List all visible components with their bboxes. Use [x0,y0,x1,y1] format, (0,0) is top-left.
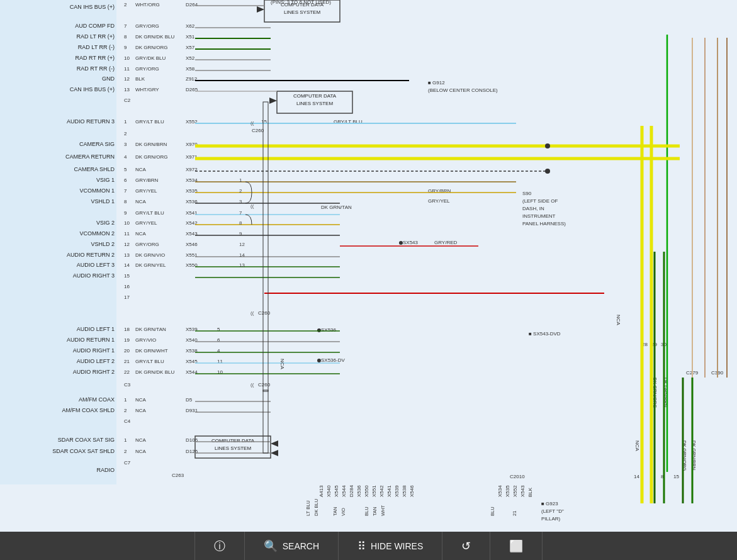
svg-text:WHT/GRY: WHT/GRY [135,87,159,92]
svg-text:6: 6 [124,177,127,183]
svg-text:9: 9 [124,45,127,50]
svg-text:12: 12 [124,76,130,82]
svg-text:C4: C4 [124,418,131,424]
svg-text:X543: X543 [520,485,526,497]
svg-text:DK GRN/YEL: DK GRN/YEL [135,262,166,268]
svg-text:1: 1 [239,177,242,183]
svg-text:4: 4 [124,154,127,160]
svg-text:X545: X545 [334,485,339,497]
refresh-button[interactable]: ↺ [442,532,490,560]
svg-text:10: 10 [124,55,130,61]
toolbar: ⓘ 🔍 SEARCH ⠿ HIDE WIRES ↺ ⬜ [0,532,737,560]
svg-text:(LEFT "D": (LEFT "D" [541,508,564,514]
svg-text:AUDIO RETURN 1: AUDIO RETURN 1 [67,337,115,343]
svg-text:BLK: BLK [135,76,145,82]
svg-text:X57: X57 [186,45,195,50]
svg-text:((: (( [250,382,254,388]
svg-text:AM/FM COAX: AM/FM COAX [79,396,115,403]
svg-text:GRY/YEL: GRY/YEL [135,188,157,194]
svg-text:11: 11 [124,66,130,72]
svg-text:11: 11 [124,231,130,237]
svg-text:X538: X538 [402,485,407,497]
expand-button[interactable]: ⬜ [490,532,543,560]
svg-text:PILLAR): PILLAR) [541,516,561,522]
svg-text:C2010: C2010 [510,474,525,479]
info-button[interactable]: ⓘ [194,532,245,560]
svg-text:SX536: SX536 [321,327,337,333]
info-icon: ⓘ [214,539,225,554]
svg-text:AUDIO RIGHT 3: AUDIO RIGHT 3 [73,272,115,279]
svg-text:NCA: NCA [135,167,147,172]
hide-wires-button[interactable]: ⠿ HIDE WIRES [339,532,442,560]
svg-text:DK GRN/WHT: DK GRN/WHT [135,348,168,354]
svg-text:((: (( [250,120,254,126]
svg-text:12: 12 [239,242,245,247]
svg-text:DK GRN/TAN: DK GRN/TAN [321,204,352,210]
svg-text:NCA: NCA [616,315,621,326]
svg-text:2: 2 [124,449,127,454]
svg-point-168 [317,359,321,362]
svg-text:AUDIO LEFT 1: AUDIO LEFT 1 [77,326,115,332]
svg-text:X541: X541 [386,485,392,497]
svg-text:DK GRN/ORG: DK GRN/ORG [135,45,168,50]
svg-text:14: 14 [239,252,245,258]
svg-point-166 [317,328,321,332]
svg-text:VIO: VIO [340,508,346,516]
svg-text:19: 19 [124,337,130,343]
svg-text:COMPUTER DATA: COMPUTER DATA [293,93,337,99]
svg-text:GRY/ORG: GRY/ORG [135,23,159,29]
refresh-icon: ↺ [461,539,471,553]
svg-text:NCA: NCA [135,397,147,403]
wiring-diagram: CAN IHS BUS (+) AUD COMP FD RAD LT RR (+… [0,0,737,532]
svg-text:BLU: BLU [364,507,369,516]
svg-text:■ G912: ■ G912 [428,80,445,86]
search-button[interactable]: 🔍 SEARCH [245,532,339,560]
svg-text:GRY/ORG: GRY/ORG [135,242,159,247]
svg-text:(BELOW CENTER CONSOLE): (BELOW CENTER CONSOLE) [428,87,498,93]
svg-text:■ SX543-DVD: ■ SX543-DVD [529,331,561,337]
svg-text:BLU: BLU [490,507,495,516]
svg-text:X535: X535 [505,485,510,497]
svg-text:VSHLD 1: VSHLD 1 [91,198,115,204]
svg-text:D5: D5 [186,397,193,403]
svg-text:16: 16 [124,284,130,289]
svg-point-270 [545,143,550,148]
svg-text:GRY/LT BLU: GRY/LT BLU [135,119,164,125]
svg-text:VCOMMON 1: VCOMMON 1 [79,188,115,194]
svg-text:RADIO: RADIO [96,467,115,473]
svg-text:9: 9 [239,231,242,237]
svg-text:X540: X540 [326,485,332,497]
svg-text:A413: A413 [318,485,324,497]
svg-text:X552: X552 [512,485,518,497]
hide-wires-label: HIDE WIRES [371,541,423,551]
svg-text:NCA: NCA [135,437,147,443]
svg-text:TAN: TAN [332,507,338,516]
svg-text:RAD RT RR (-): RAD RT RR (-) [77,65,115,72]
svg-text:C263: C263 [172,473,184,478]
svg-text:RAD LT RR (+): RAD LT RR (+) [77,33,115,40]
svg-text:C2: C2 [124,98,131,103]
svg-text:VSHLD 2: VSHLD 2 [91,241,115,247]
svg-text:AUDIO LEFT 2: AUDIO LEFT 2 [77,358,115,364]
svg-text:7: 7 [239,210,242,216]
svg-text:CAMERA SHLD: CAMERA SHLD [74,166,115,172]
svg-text:2: 2 [124,2,127,8]
svg-text:3: 3 [124,142,127,147]
svg-text:GRY/LT BLU: GRY/LT BLU [135,210,164,216]
svg-text:DK GRN/ORG: DK GRN/ORG [135,154,168,160]
svg-text:22: 22 [124,369,130,375]
svg-text:8: 8 [124,199,127,204]
svg-text:3: 3 [239,199,242,204]
svg-text:D284: D284 [349,484,354,497]
svg-text:14: 14 [124,262,130,268]
svg-text:GRY/DK BLU: GRY/DK BLU [135,55,166,61]
svg-text:1: 1 [124,437,127,443]
svg-text:VCOMMON 2: VCOMMON 2 [79,230,115,237]
svg-text:20: 20 [124,348,130,354]
svg-text:DK GRN/TAN: DK GRN/TAN [135,327,166,332]
svg-text:DASH, IN: DASH, IN [522,206,544,211]
svg-text:GRY/VIO: GRY/VIO [135,337,156,343]
svg-text:7: 7 [124,23,127,29]
svg-text:GRY/RED: GRY/RED [434,240,458,245]
svg-text:AUDIO RETURN 3: AUDIO RETURN 3 [67,118,115,125]
